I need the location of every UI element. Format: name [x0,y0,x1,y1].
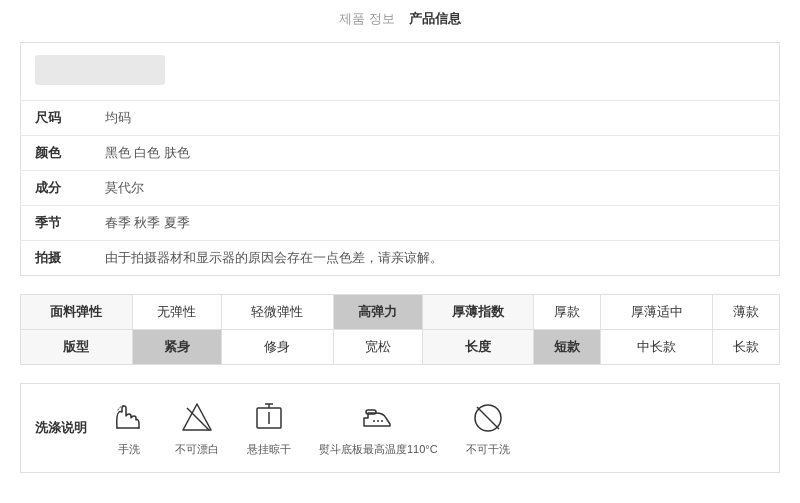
slim-fit-cell: 紧身 [132,330,221,365]
iron-label: 熨斗底板最高温度110°C [319,442,438,456]
thickness-index-cell: 厚薄指数 [422,295,534,330]
thin-cell: 薄款 [712,295,779,330]
row-value: 春季 秋季 夏季 [91,206,780,241]
no-dry-clean-label: 不可干洗 [466,442,510,456]
attr-table: 面料弹性 无弹性 轻微弹性 高弹力 厚薄指数 厚款 厚薄适中 薄款 版型 紧身 … [20,294,780,365]
row-value: 由于拍摄器材和显示器的原因会存在一点色差，请亲谅解。 [91,241,780,276]
wash-icon-item-nobleach: 不可漂白 [175,400,219,456]
row-label: 尺码 [21,101,91,136]
short-length-cell: 短款 [534,330,601,365]
hand-wash-icon [111,400,147,436]
page-wrapper: 제품 정보 产品信息 尺码 均码 颜色 黑色 白色 肤色 成分 莫代 [0,0,800,493]
table-row: 拍摄 由于拍摄器材和显示器的原因会存在一点色差，请亲谅解。 [21,241,780,276]
svg-point-7 [377,420,379,422]
hang-dry-label: 悬挂晾干 [247,442,291,456]
row-label: 拍摄 [21,241,91,276]
table-row: 尺码 均码 [21,101,780,136]
regular-fit-cell: 修身 [221,330,333,365]
wash-icons: 手洗 不可漂白 [111,400,510,456]
row-label: 季节 [21,206,91,241]
wash-icon-item-handwash: 手洗 [111,400,147,456]
no-dry-clean-icon [470,400,506,436]
high-elasticity-cell: 高弹力 [333,295,422,330]
wash-label: 洗涤说明 [35,419,87,437]
brand-logo [35,55,165,85]
svg-line-11 [477,407,499,429]
iron-icon [360,400,396,436]
tab-header: 제품 정보 产品信息 [20,10,780,28]
brand-row [21,43,780,101]
wash-icon-item-iron: 熨斗底板最高温度110°C [319,400,438,456]
row-value: 均码 [91,101,780,136]
attr-row-fabric: 面料弹性 无弹性 轻微弹性 高弹力 厚薄指数 厚款 厚薄适中 薄款 [21,295,780,330]
medium-thickness-cell: 厚薄适中 [601,295,713,330]
wash-section: 洗涤说明 手洗 [20,383,780,473]
slight-elasticity-cell: 轻微弹性 [221,295,333,330]
table-row: 颜色 黑色 白色 肤色 [21,136,780,171]
attr-row-style: 版型 紧身 修身 宽松 长度 短款 中长款 长款 [21,330,780,365]
tab-active[interactable]: 产品信息 [409,11,461,26]
table-row: 成分 莫代尔 [21,171,780,206]
no-elasticity-cell: 无弹性 [132,295,221,330]
no-bleach-icon [179,400,215,436]
row-label: 成分 [21,171,91,206]
mid-length-cell: 中长款 [601,330,713,365]
svg-rect-9 [366,410,376,414]
style-label: 版型 [21,330,133,365]
row-label: 颜色 [21,136,91,171]
wash-icon-item-nodryclean: 不可干洗 [466,400,510,456]
length-label-cell: 长度 [422,330,534,365]
row-value: 黑色 白色 肤色 [91,136,780,171]
tab-inactive[interactable]: 제품 정보 [339,11,395,26]
svg-point-8 [381,420,383,422]
svg-point-6 [373,420,375,422]
loose-fit-cell: 宽松 [333,330,422,365]
thick-cell: 厚款 [534,295,601,330]
fabric-label: 面料弹性 [21,295,133,330]
table-row: 季节 春季 秋季 夏季 [21,206,780,241]
long-length-cell: 长款 [712,330,779,365]
hand-wash-label: 手洗 [118,442,140,456]
no-bleach-label: 不可漂白 [175,442,219,456]
attributes-section: 面料弹性 无弹性 轻微弹性 高弹力 厚薄指数 厚款 厚薄适中 薄款 版型 紧身 … [20,294,780,365]
hang-dry-icon [251,400,287,436]
row-value: 莫代尔 [91,171,780,206]
wash-icon-item-hangdry: 悬挂晾干 [247,400,291,456]
product-info-table: 尺码 均码 颜色 黑色 白色 肤色 成分 莫代尔 季节 春季 秋季 夏季 拍摄 … [20,42,780,276]
